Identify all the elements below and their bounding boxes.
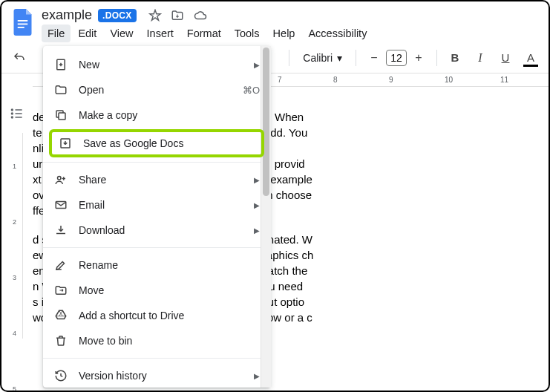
menu-item-add-shortcut[interactable]: Add a shortcut to Drive xyxy=(43,303,270,328)
move-folder-icon[interactable] xyxy=(171,9,184,22)
svg-point-14 xyxy=(58,177,62,180)
menu-label: Download xyxy=(79,224,243,236)
svg-point-5 xyxy=(12,117,13,118)
underline-button[interactable]: U xyxy=(495,48,516,68)
menu-label: Move xyxy=(79,284,260,296)
font-size-increase[interactable]: + xyxy=(408,48,429,68)
svg-rect-0 xyxy=(18,20,28,22)
menu-divider xyxy=(43,162,270,163)
email-icon xyxy=(53,197,68,212)
svg-rect-12 xyxy=(59,113,65,120)
font-size-input[interactable] xyxy=(386,50,407,66)
menu-item-rename[interactable]: Rename xyxy=(43,252,270,278)
menu-label: Rename xyxy=(79,259,260,271)
save-icon xyxy=(58,136,73,151)
copy-icon xyxy=(53,108,68,122)
file-menu-dropdown: New ▶ Open ⌘O Make a copy Save as Google… xyxy=(43,46,270,388)
undo-button[interactable] xyxy=(9,48,30,68)
italic-button[interactable]: I xyxy=(470,48,491,68)
svg-rect-2 xyxy=(18,27,24,28)
menu-label: Email xyxy=(79,199,243,211)
move-icon xyxy=(53,283,68,298)
menu-item-email[interactable]: Email ▶ xyxy=(43,192,270,218)
submenu-arrow-icon: ▶ xyxy=(254,176,260,184)
menu-tools[interactable]: Tools xyxy=(229,24,266,42)
font-family-select[interactable]: Calibri ▾ xyxy=(297,52,348,64)
menu-label: Open xyxy=(79,84,232,96)
menu-label: Add a shortcut to Drive xyxy=(79,310,260,321)
outline-toggle-icon[interactable] xyxy=(7,103,27,124)
doc-title[interactable]: example xyxy=(42,7,92,23)
menu-help[interactable]: Help xyxy=(267,24,301,42)
docx-badge: .DOCX xyxy=(98,9,137,22)
menu-item-share[interactable]: Share ▶ xyxy=(43,167,270,192)
text-color-button[interactable]: A xyxy=(520,48,541,68)
new-doc-icon xyxy=(53,57,68,72)
menu-item-make-copy[interactable]: Make a copy xyxy=(43,102,270,128)
docs-logo-icon[interactable] xyxy=(12,7,36,37)
vertical-ruler: 1 2 3 4 5 xyxy=(11,133,23,339)
menu-divider xyxy=(43,358,270,359)
bold-button[interactable]: B xyxy=(445,48,465,68)
menu-item-version-history[interactable]: Version history ▶ xyxy=(43,363,270,388)
menu-item-save-as-google-docs[interactable]: Save as Google Docs xyxy=(49,129,264,157)
dropdown-arrow-icon: ▾ xyxy=(337,52,342,64)
menu-label: Share xyxy=(79,174,243,186)
menu-edit[interactable]: Edit xyxy=(72,24,102,42)
menu-label: New xyxy=(79,59,243,71)
share-icon xyxy=(53,172,68,187)
submenu-arrow-icon: ▶ xyxy=(254,61,260,69)
menu-item-download[interactable]: Download ▶ xyxy=(43,218,270,243)
menu-format[interactable]: Format xyxy=(181,24,227,42)
menu-item-make-offline[interactable]: Make available offline xyxy=(43,388,270,392)
menu-insert[interactable]: Insert xyxy=(141,24,180,42)
history-icon xyxy=(53,368,68,383)
menu-label: Save as Google Docs xyxy=(83,137,255,149)
font-size-decrease[interactable]: − xyxy=(364,48,384,68)
menu-label: Version history xyxy=(79,370,243,382)
svg-rect-1 xyxy=(18,24,28,25)
menu-item-new[interactable]: New ▶ xyxy=(43,52,270,77)
menu-item-open[interactable]: Open ⌘O xyxy=(43,77,270,102)
menubar: File Edit View Insert Format Tools Help … xyxy=(42,24,538,42)
folder-open-icon xyxy=(53,82,68,97)
drive-shortcut-icon xyxy=(53,308,68,323)
trash-icon xyxy=(53,333,68,348)
submenu-arrow-icon: ▶ xyxy=(254,226,260,235)
star-icon[interactable] xyxy=(148,9,162,22)
download-icon xyxy=(53,223,68,238)
menu-file[interactable]: File xyxy=(42,24,71,42)
menu-view[interactable]: View xyxy=(104,24,139,42)
rename-icon xyxy=(53,258,68,272)
svg-point-3 xyxy=(12,109,13,111)
menu-accessibility[interactable]: Accessibility xyxy=(302,24,373,42)
menu-label: Make a copy xyxy=(79,109,260,121)
menu-item-move-to-bin[interactable]: Move to bin xyxy=(43,328,270,353)
svg-point-4 xyxy=(12,113,13,114)
submenu-arrow-icon: ▶ xyxy=(254,201,260,209)
menu-shortcut: ⌘O xyxy=(243,85,260,96)
menu-divider xyxy=(43,247,270,248)
font-family-label: Calibri xyxy=(303,52,333,64)
menu-item-move[interactable]: Move xyxy=(43,278,270,303)
menu-label: Move to bin xyxy=(79,335,260,347)
submenu-arrow-icon: ▶ xyxy=(254,372,260,380)
cloud-status-icon[interactable] xyxy=(193,9,208,22)
